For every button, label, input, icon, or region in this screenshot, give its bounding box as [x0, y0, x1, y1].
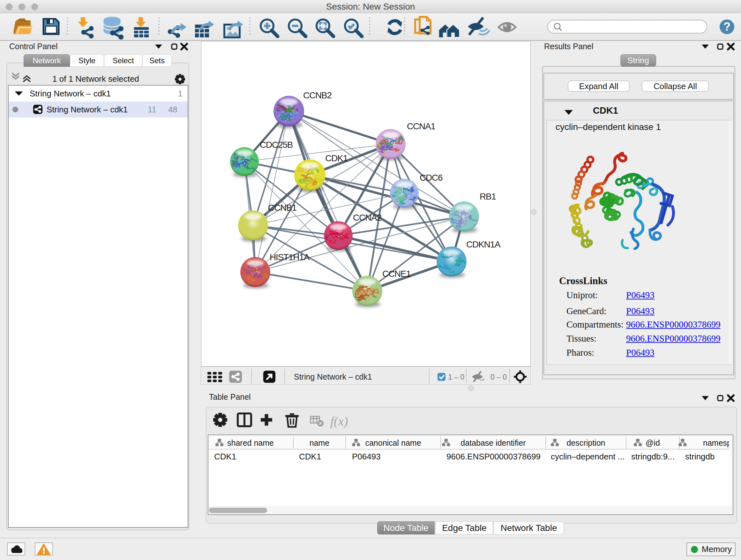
svg-text:description: description: [567, 438, 605, 447]
svg-text:CDC6: CDC6: [420, 173, 443, 183]
svg-text:1 – 0: 1 – 0: [448, 373, 464, 381]
svg-text:CCNA1: CCNA1: [407, 121, 435, 131]
svg-text:shared name: shared name: [227, 438, 274, 447]
svg-text:String Network – cdk1: String Network – cdk1: [294, 372, 372, 381]
svg-text:namespace: namespace: [703, 438, 733, 447]
svg-text:canonical name: canonical name: [365, 438, 421, 447]
svg-text:48: 48: [168, 105, 178, 114]
svg-text:RB1: RB1: [480, 192, 496, 201]
svg-text:name: name: [310, 438, 330, 447]
svg-text:CCNA2: CCNA2: [353, 212, 382, 223]
svg-text:0 – 0: 0 – 0: [490, 373, 507, 381]
svg-text:CCNB1: CCNB1: [268, 203, 297, 212]
svg-text:11: 11: [148, 105, 156, 114]
svg-text:@id: @id: [646, 438, 660, 447]
svg-text:?: ?: [724, 20, 731, 33]
svg-text:HIST1H1A: HIST1H1A: [270, 252, 310, 262]
svg-text:String Network – cdk1: String Network – cdk1: [30, 89, 111, 98]
svg-text:CCNE1: CCNE1: [382, 269, 411, 279]
svg-text:String Network – cdk1: String Network – cdk1: [47, 105, 128, 114]
svg-text:CDKN1A: CDKN1A: [466, 240, 501, 249]
svg-text:CCNB2: CCNB2: [303, 90, 332, 100]
svg-text:database identifier: database identifier: [461, 438, 526, 447]
svg-text:CDK1: CDK1: [325, 153, 348, 163]
svg-text:CDC25B: CDC25B: [260, 140, 293, 150]
svg-text:f(x): f(x): [330, 414, 348, 428]
svg-text:1: 1: [178, 89, 183, 98]
